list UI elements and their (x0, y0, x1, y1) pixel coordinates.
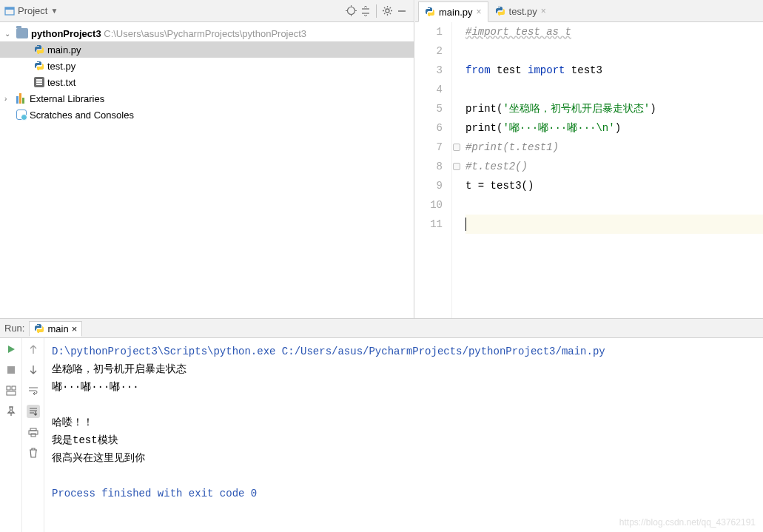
editor-tab[interactable]: main.py× (418, 1, 488, 22)
run-label: Run: (4, 323, 24, 334)
gear-icon[interactable] (380, 4, 394, 18)
console-output[interactable]: D:\pythonProject3\Scripts\python.exe C:/… (44, 338, 763, 532)
folder-icon (16, 28, 28, 38)
run-panel: Run: main × D:\pythonProject3\Scripts\py… (0, 318, 763, 532)
scratches-consoles[interactable]: › Scratches and Consoles (0, 107, 414, 123)
window-icon (4, 6, 15, 16)
run-button[interactable] (4, 343, 18, 356)
svg-point-2 (347, 7, 354, 15)
editor-tabs: main.py×test.py× (415, 0, 763, 22)
file-name: test.py (47, 61, 75, 72)
project-tree[interactable]: ⌄ pythonProject3 C:\Users\asus\PycharmPr… (0, 22, 414, 318)
file-name: test.txt (47, 77, 75, 88)
tab-label: main.py (439, 7, 473, 18)
tree-file[interactable]: main.py (0, 41, 414, 58)
wrap-icon[interactable] (27, 384, 40, 397)
tree-root[interactable]: ⌄ pythonProject3 C:\Users\asus\PycharmPr… (0, 25, 414, 41)
run-tab[interactable]: main × (29, 321, 82, 337)
svg-line-16 (384, 13, 385, 14)
scratches-icon (16, 110, 27, 120)
svg-rect-1 (5, 7, 14, 10)
hide-icon[interactable] (394, 4, 409, 18)
svg-point-9 (386, 9, 389, 13)
editor[interactable]: 1234567891011 #import test as t from tes… (415, 22, 763, 318)
file-name: main.py (47, 44, 81, 55)
scroll-icon[interactable] (27, 405, 40, 418)
python-icon (34, 44, 44, 55)
tree-root-label: pythonProject3 C:\Users\asus\PycharmProj… (31, 28, 306, 39)
svg-rect-19 (7, 366, 15, 374)
project-dropdown[interactable]: Project ▼ (4, 5, 59, 16)
svg-line-14 (384, 7, 385, 8)
svg-rect-20 (7, 386, 10, 390)
editor-panel: main.py×test.py× 1234567891011 #import t… (414, 0, 763, 318)
target-icon[interactable] (343, 4, 358, 18)
tab-label: test.py (509, 6, 537, 17)
run-header: Run: main × (0, 319, 763, 338)
chevron-right-icon: › (4, 95, 13, 103)
project-header: Project ▼ (0, 0, 414, 22)
libraries-icon (16, 93, 27, 104)
expand-icon[interactable] (358, 4, 373, 18)
print-icon[interactable] (27, 425, 40, 439)
tree-file[interactable]: test.txt (0, 74, 414, 90)
chevron-down-icon: ▼ (50, 7, 59, 15)
close-icon[interactable]: × (541, 6, 546, 16)
scratches-label: Scratches and Consoles (30, 110, 134, 121)
line-gutter: 1234567891011 (415, 22, 452, 318)
run-toolbar-left (0, 338, 22, 532)
code-area[interactable]: #import test as t from test import test3… (463, 22, 763, 318)
external-libraries[interactable]: › External Libraries (0, 90, 414, 107)
layout-icon[interactable] (4, 384, 18, 397)
run-toolbar-right (22, 338, 44, 532)
svg-line-15 (389, 13, 390, 14)
close-icon[interactable]: × (72, 323, 78, 334)
run-tab-name: main (47, 323, 68, 334)
svg-rect-21 (12, 386, 16, 390)
pin-icon[interactable] (4, 405, 18, 418)
watermark: https://blog.csdn.net/qq_43762191 (619, 517, 756, 528)
python-icon (495, 6, 505, 16)
project-title: Project (18, 5, 47, 16)
editor-tab[interactable]: test.py× (488, 1, 553, 21)
text-file-icon (34, 77, 44, 87)
python-icon (34, 61, 44, 71)
down-icon[interactable] (27, 363, 40, 377)
tree-file[interactable]: test.py (0, 58, 414, 74)
chevron-down-icon: ⌄ (4, 30, 13, 38)
project-panel: Project ▼ ⌄ pythonProject3 C:\Users\asus… (0, 0, 414, 318)
close-icon[interactable]: × (477, 7, 482, 17)
python-icon (425, 7, 435, 17)
svg-rect-22 (7, 391, 16, 395)
stop-button[interactable] (4, 363, 18, 377)
up-icon[interactable] (27, 343, 40, 356)
gutter-marks (452, 22, 463, 318)
external-libs-label: External Libraries (30, 93, 104, 104)
python-icon (34, 323, 44, 334)
svg-line-17 (389, 7, 390, 8)
trash-icon[interactable] (27, 446, 40, 459)
